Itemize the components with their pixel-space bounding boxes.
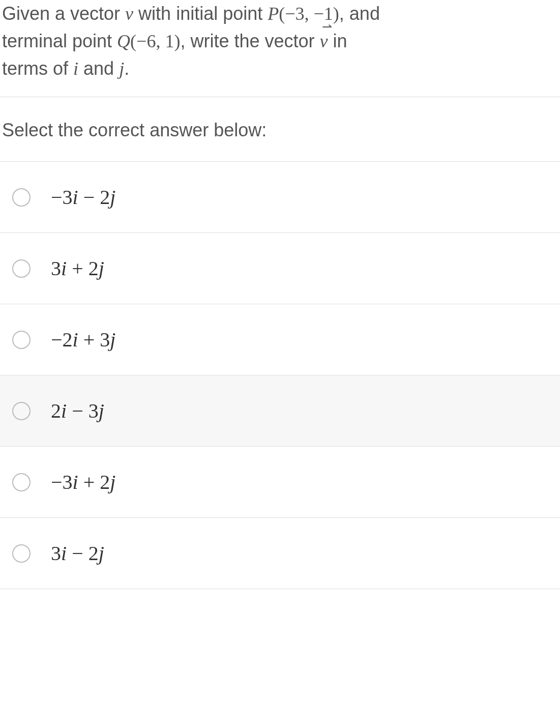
question-block: Given a vector v⇀ with initial point P(−… (0, 0, 560, 97)
option-label: 3i + 2j (51, 256, 104, 280)
option-label: −2i + 3j (51, 328, 115, 352)
radio-icon[interactable] (12, 188, 31, 207)
option-label: 2i − 3j (51, 399, 104, 423)
option-row[interactable]: −2i + 3j (0, 304, 560, 375)
radio-icon[interactable] (12, 544, 31, 563)
option-row[interactable]: 2i − 3j (0, 375, 560, 447)
vector-v: v⇀ (125, 4, 133, 24)
vector-v: v⇀ (320, 31, 328, 51)
prompt-text: Select the correct answer below: (0, 97, 560, 162)
option-label: 3i − 2j (51, 541, 104, 565)
point-P: P (268, 4, 279, 24)
radio-icon[interactable] (12, 402, 31, 420)
option-label: −3i − 2j (51, 185, 115, 209)
text-segment: and (78, 58, 119, 79)
option-row[interactable]: 3i − 2j (0, 518, 560, 589)
text-segment: , and (339, 3, 380, 24)
radio-icon[interactable] (12, 331, 31, 349)
text-segment: Given a vector (2, 3, 125, 24)
option-row[interactable]: 3i + 2j (0, 233, 560, 304)
option-label: −3i + 2j (51, 470, 115, 494)
text-segment: , write the vector (180, 31, 319, 51)
options-list: −3i − 2j3i + 2j−2i + 3j2i − 3j−3i + 2j3i… (0, 162, 560, 589)
text-segment: with initial point (138, 3, 268, 24)
text-segment: . (124, 58, 129, 79)
option-row[interactable]: −3i − 2j (0, 162, 560, 233)
radio-icon[interactable] (12, 473, 31, 491)
text-segment: terminal point (2, 31, 117, 51)
text-segment: in (333, 31, 347, 51)
question-text: Given a vector v⇀ with initial point P(−… (0, 0, 560, 82)
option-row[interactable]: −3i + 2j (0, 447, 560, 518)
unit-j: j (119, 59, 124, 79)
unit-i: i (73, 59, 78, 79)
point-Q: Q (117, 31, 130, 51)
text-segment: terms of (2, 58, 73, 79)
radio-icon[interactable] (12, 259, 31, 278)
Q-coords: (−6, 1) (130, 31, 180, 51)
